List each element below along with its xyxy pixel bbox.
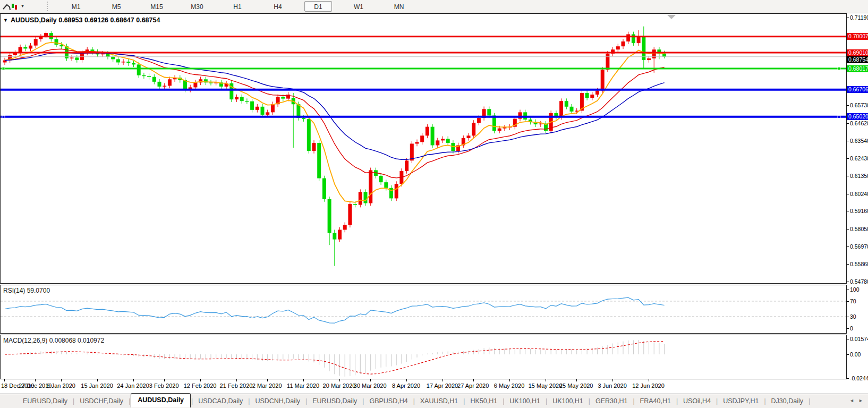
- price-tick-label: -0.02441: [850, 375, 868, 381]
- timeframe-button-m1[interactable]: M1: [62, 1, 90, 12]
- price-tick: [847, 141, 849, 141]
- timeframe-button-h4[interactable]: H4: [264, 1, 292, 12]
- price-tick: [847, 194, 849, 194]
- chart-symbol: AUDUSD,Daily: [11, 16, 57, 24]
- price-line-badge-0.70007: 0.70007: [847, 33, 868, 40]
- date-tick: [267, 379, 268, 381]
- tab-scroll-left-icon[interactable]: ◄: [849, 398, 854, 403]
- date-tick-label: 12 Jun 2020: [632, 382, 665, 389]
- macd-chart[interactable]: [1, 335, 846, 379]
- price-tick: [847, 105, 849, 106]
- date-tick: [35, 379, 36, 381]
- date-tick: [649, 379, 649, 381]
- macd-panel: MACD(12,26,9) 0.008068 0.010972: [0, 335, 847, 379]
- chart-tab-usdchf-daily[interactable]: USDCHF,Daily: [75, 395, 128, 407]
- chart-type-icon[interactable]: [2, 2, 18, 11]
- rsi-chart[interactable]: [1, 285, 846, 333]
- chart-tab-dj30-daily[interactable]: DJ30,Daily: [767, 395, 808, 407]
- date-tick-label: 6 May 2020: [494, 382, 524, 389]
- date-tick-label: 25 May 2020: [559, 382, 593, 389]
- chart-tabbar: EURUSD,Daily|USDCHF,Daily|AUDUSD,Daily|U…: [0, 394, 868, 408]
- date-axis[interactable]: 18 Dec 201927 Dec 20196 Jan 202015 Jan 2…: [0, 379, 847, 394]
- price-axis[interactable]: 0.711900.700800.689700.679200.668100.657…: [847, 13, 868, 379]
- price-tick-label: 0.59160: [850, 208, 868, 214]
- macd-label: MACD(12,26,9) 0.008068 0.010972: [3, 337, 104, 344]
- chart-tab-usdjpy-h1[interactable]: USDJPY,H1: [718, 395, 763, 407]
- timeframe-button-w1[interactable]: W1: [345, 1, 372, 12]
- timeframe-button-d1[interactable]: D1: [304, 1, 332, 12]
- timeframe-button-mn[interactable]: MN: [385, 1, 413, 12]
- date-tick: [612, 379, 613, 381]
- price-tick: [847, 229, 849, 230]
- price-tick: [847, 328, 849, 329]
- price-tick-label: 0.58050: [850, 226, 868, 232]
- chart-tab-audusd-daily[interactable]: AUDUSD,Daily: [131, 393, 191, 407]
- price-tick-label: 0.71190: [850, 14, 868, 21]
- timeframe-button-h1[interactable]: H1: [224, 1, 251, 12]
- price-tick-label: 0.55860: [850, 261, 868, 267]
- chart-tab-usoil-h4[interactable]: USOil,H4: [678, 395, 716, 407]
- mt4-window: ▾ M1M5M15M30H1H4D1W1MN ▼AUDUSD,Daily 0.6…: [0, 0, 868, 408]
- price-tick-label: 0.54780: [850, 278, 868, 285]
- chart-tab-uk100-h1[interactable]: UK100,H1: [548, 395, 588, 407]
- price-tick-label: 0.60240: [850, 191, 868, 197]
- chart-tab-eurusd-daily[interactable]: EURUSD,Daily: [18, 395, 72, 407]
- date-tick: [406, 379, 407, 381]
- price-tick-label: 0: [850, 325, 853, 332]
- chart-tab-ger30-h1[interactable]: GER30,H1: [591, 395, 632, 407]
- timeframe-button-m30[interactable]: M30: [183, 1, 211, 12]
- chart-tab-uk100-h1[interactable]: UK100,H1: [505, 395, 545, 407]
- date-tick: [442, 379, 443, 381]
- line-drag-handle[interactable]: [838, 67, 840, 70]
- chart-tab-usdcnh-daily[interactable]: USDCNH,Daily: [250, 395, 305, 407]
- date-tick: [97, 379, 98, 381]
- date-tick-label: 3 Feb 2020: [149, 382, 179, 389]
- price-tick: [847, 339, 849, 339]
- price-tick-label: 0.63540: [850, 138, 868, 144]
- date-tick-label: 20 Mar 2020: [323, 382, 356, 389]
- timeframe-button-m5[interactable]: M5: [103, 1, 130, 12]
- line-drag-handle[interactable]: [2, 67, 5, 70]
- date-tick-label: 21 Feb 2020: [220, 382, 253, 389]
- date-tick: [509, 379, 510, 381]
- price-tick: [847, 246, 849, 247]
- chart-tab-fra40-h1[interactable]: FRA40,H1: [635, 395, 676, 407]
- tab-scroll-right-icon[interactable]: ►: [858, 398, 863, 403]
- date-tick: [200, 379, 201, 381]
- price-tick: [847, 301, 849, 302]
- chart-tab-usdcad-daily[interactable]: USDCAD,Daily: [193, 395, 248, 407]
- date-tick: [61, 379, 62, 381]
- line-drag-handle[interactable]: [838, 115, 840, 118]
- chart-title: ▼AUDUSD,Daily 0.68953 0.69126 0.68647 0.…: [3, 16, 160, 24]
- chart-tab-hk50-h1[interactable]: HK50,H1: [465, 395, 502, 407]
- chart-tab-eurusd-daily[interactable]: EURUSD,Daily: [308, 395, 362, 407]
- chart-tab-xauusd-h1[interactable]: XAUUSD,H1: [415, 395, 463, 407]
- timeframe-button-m15[interactable]: M15: [143, 1, 171, 12]
- date-tick: [133, 379, 134, 381]
- date-tick-label: 15 Jan 2020: [81, 382, 113, 389]
- chart-type-dropdown-icon[interactable]: ▾: [21, 3, 24, 8]
- price-tick: [847, 123, 849, 124]
- last-price-badge: 0.68754: [847, 56, 868, 63]
- price-tick: [847, 354, 849, 355]
- price-tick-label: 30: [850, 313, 856, 320]
- line-drag-handle[interactable]: [2, 115, 5, 118]
- price-tick-label: 0.64620: [850, 120, 868, 126]
- date-tick: [164, 379, 165, 381]
- date-tick-label: 15 May 2020: [529, 382, 563, 389]
- date-tick: [236, 379, 237, 381]
- candlestick-chart[interactable]: [1, 14, 846, 283]
- date-tick-label: 12 Feb 2020: [184, 382, 217, 389]
- date-tick-label: 3 Jun 2020: [598, 382, 626, 389]
- date-tick-label: 8 Apr 2020: [392, 382, 420, 389]
- price-tick-label: 100: [850, 286, 860, 293]
- chart-tab-gbpusd-h4[interactable]: GBPUSD,H4: [364, 395, 412, 407]
- price-tick: [847, 176, 849, 176]
- collapse-triangle-icon[interactable]: ▼: [3, 18, 8, 23]
- main-chart-panel: ▼AUDUSD,Daily 0.68953 0.69126 0.68647 0.…: [0, 13, 847, 284]
- date-tick-label: 17 Apr 2020: [427, 382, 458, 389]
- date-tick-label: 6 Jan 2020: [46, 382, 75, 389]
- price-line-badge-0.69010: 0.69010: [847, 49, 868, 56]
- price-tick-label: 0.56970: [850, 243, 868, 250]
- chart-shift-marker-icon[interactable]: [667, 15, 676, 19]
